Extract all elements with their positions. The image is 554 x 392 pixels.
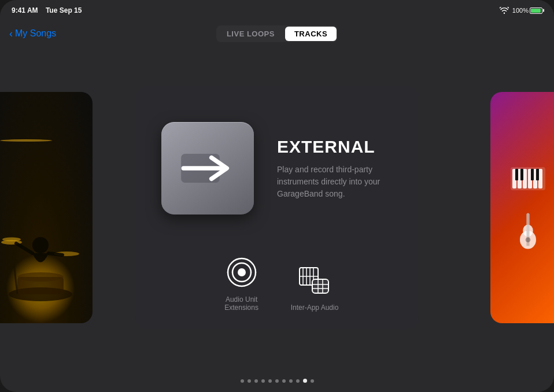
- drums-background: [0, 92, 93, 323]
- card-top: EXTERNAL Play and record third-party ins…: [138, 86, 416, 245]
- left-card-drums[interactable]: [0, 92, 93, 323]
- external-description: Play and record third-party instruments …: [277, 164, 393, 200]
- audio-unit-label: Audio Unit Extensions: [216, 295, 268, 312]
- svg-rect-19: [312, 279, 328, 293]
- audio-unit-icon: [223, 254, 260, 291]
- svg-point-5: [2, 238, 21, 242]
- svg-point-12: [238, 268, 246, 276]
- dot-9: [296, 379, 300, 383]
- ipad-frame: 9:41 AM Tue Sep 15 100% ‹ My: [0, 0, 554, 392]
- dot-7: [282, 379, 286, 383]
- arrow-box: [161, 122, 254, 215]
- svg-rect-33: [531, 169, 534, 180]
- battery-icon: [530, 8, 542, 14]
- battery-fill: [531, 9, 541, 13]
- piano-keys-icon: [508, 164, 548, 199]
- dot-8: [289, 379, 293, 383]
- card-bottom: Audio Unit Extensions: [198, 245, 356, 329]
- back-button[interactable]: ‹ My Songs: [9, 28, 56, 40]
- content-area: EXTERNAL Play and record third-party ins…: [0, 46, 554, 369]
- dot-11: [311, 379, 314, 383]
- battery-container: 100%: [512, 7, 542, 14]
- dot-2: [248, 379, 251, 383]
- svg-point-2: [17, 272, 64, 282]
- audio-waves-svg: [224, 255, 259, 290]
- svg-line-9: [49, 253, 62, 255]
- card-text: EXTERNAL Play and record third-party ins…: [277, 137, 393, 200]
- audio-unit-extensions-item[interactable]: Audio Unit Extensions: [216, 254, 268, 312]
- svg-line-8: [16, 243, 32, 253]
- inter-app-audio-item[interactable]: Inter-App Audio: [291, 262, 339, 312]
- external-title: EXTERNAL: [277, 137, 375, 157]
- guitar-icon: [514, 210, 542, 251]
- segmented-control: LIVE LOOPS TRACKS: [216, 25, 338, 42]
- arrow-icon: [179, 148, 237, 188]
- svg-line-3: [12, 242, 17, 294]
- page-dots: [0, 379, 554, 383]
- main-card[interactable]: EXTERNAL Play and record third-party ins…: [135, 86, 419, 329]
- inter-app-icon: [296, 262, 333, 299]
- cymbal: [0, 139, 53, 142]
- dot-1: [241, 379, 244, 383]
- status-time: 9:41 AM Tue Sep 15: [12, 6, 82, 14]
- nav-bar: ‹ My Songs LIVE LOOPS TRACKS: [0, 21, 554, 46]
- tab-live-loops[interactable]: LIVE LOOPS: [217, 27, 284, 41]
- status-right: 100%: [500, 7, 542, 14]
- wifi-icon: [500, 7, 509, 14]
- back-chevron-icon: ‹: [9, 28, 13, 40]
- right-card[interactable]: [490, 92, 554, 323]
- svg-rect-34: [536, 169, 539, 180]
- svg-rect-27: [523, 169, 527, 188]
- dot-5: [268, 379, 272, 383]
- svg-rect-30: [538, 169, 542, 188]
- dot-10: [303, 379, 307, 383]
- drum-silhouette: [0, 208, 81, 312]
- inter-app-label: Inter-App Audio: [291, 304, 339, 312]
- inter-app-svg: [297, 263, 332, 298]
- tab-tracks[interactable]: TRACKS: [285, 27, 337, 41]
- back-label: My Songs: [15, 28, 56, 39]
- dot-4: [261, 379, 265, 383]
- svg-rect-32: [520, 169, 523, 180]
- dot-6: [275, 379, 279, 383]
- status-bar: 9:41 AM Tue Sep 15 100%: [0, 0, 554, 21]
- svg-point-7: [32, 237, 49, 253]
- svg-rect-31: [515, 169, 518, 180]
- dot-3: [254, 379, 258, 383]
